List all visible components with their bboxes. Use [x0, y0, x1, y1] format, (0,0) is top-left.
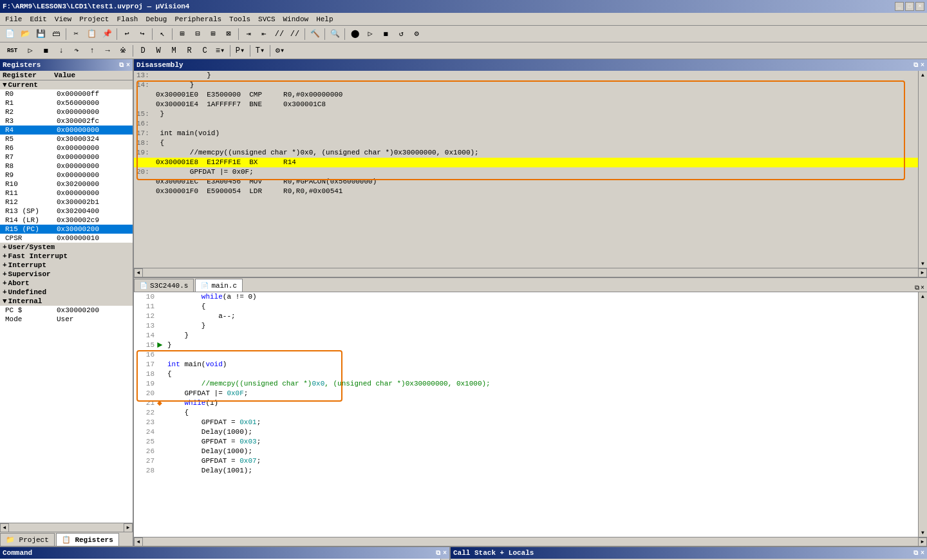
reg-r13[interactable]: R13 (SP) 0x30200400 — [0, 207, 133, 216]
step-over-button[interactable]: ↷ — [70, 44, 84, 58]
paste-button[interactable]: 📌 — [100, 27, 114, 41]
reset-button[interactable]: ↺ — [394, 27, 408, 41]
callstack-float-button[interactable]: ⧉ — [913, 550, 918, 557]
sim-button[interactable]: ⬤ — [348, 27, 362, 41]
command-close-button[interactable]: × — [443, 550, 447, 557]
extra-btn[interactable]: ⚙▾ — [273, 44, 287, 58]
menu-project[interactable]: Project — [75, 14, 113, 24]
disasm2-button[interactable]: D — [136, 44, 150, 58]
reg-r1[interactable]: R1 0x56000000 — [0, 98, 133, 107]
save-button[interactable]: 💾 — [33, 27, 48, 41]
reg-section-current[interactable]: ▼ Current — [0, 80, 133, 89]
menu-file[interactable]: File — [1, 14, 26, 24]
close-button[interactable]: × — [915, 2, 924, 11]
run2-button[interactable]: ▷ — [23, 44, 37, 58]
bookmark1-button[interactable]: ⊞ — [175, 27, 189, 41]
mem-button[interactable]: M — [167, 44, 181, 58]
open-button[interactable]: 📂 — [18, 27, 32, 41]
disassembly-float-button[interactable]: ⧉ — [913, 62, 918, 69]
disasm-scroll-down[interactable]: ▼ — [919, 259, 927, 268]
reg-r7[interactable]: R7 0x00000000 — [0, 153, 133, 162]
run-to-button[interactable]: → — [100, 44, 115, 58]
reg-pc[interactable]: PC $ 0x30000200 — [0, 306, 133, 315]
disasm-hscroll[interactable]: ◄ ► — [134, 268, 927, 277]
src-vscroll[interactable]: ▲ ▼ — [918, 292, 927, 537]
minimize-button[interactable]: _ — [895, 2, 904, 11]
disassembly-panel-buttons[interactable]: ⧉ × — [912, 62, 924, 69]
reg-section-internal[interactable]: ▼ Internal — [0, 297, 133, 306]
source-panel-controls[interactable]: ⧉ × — [915, 285, 927, 292]
reg-section-supervisor[interactable]: + Supervisor — [0, 270, 133, 279]
reg-cpsr[interactable]: CPSR 0x00000010 — [0, 234, 133, 243]
reg-r10[interactable]: R10 0x30200000 — [0, 180, 133, 189]
menu-edit[interactable]: Edit — [26, 14, 50, 24]
unindent-button[interactable]: ⇤ — [257, 27, 271, 41]
step-out-button[interactable]: ↑ — [85, 44, 99, 58]
src-hscroll[interactable]: ◄ ► — [134, 537, 927, 546]
reg-r2[interactable]: R2 0x00000000 — [0, 107, 133, 117]
hscroll-right[interactable]: ► — [124, 523, 133, 532]
reg-section-undefined[interactable]: + Undefined — [0, 288, 133, 297]
rst-button[interactable]: RST — [3, 44, 22, 58]
reg-r5[interactable]: R5 0x30000324 — [0, 135, 133, 144]
uncomment-button[interactable]: // — [288, 27, 302, 41]
disassembly-close-button[interactable]: × — [921, 62, 924, 69]
disasm-hscroll-left[interactable]: ◄ — [134, 268, 143, 277]
command-panel-buttons[interactable]: ⧉ × — [435, 550, 447, 557]
stop-button[interactable]: ◼ — [379, 27, 393, 41]
menu-tools[interactable]: Tools — [225, 14, 254, 24]
indent-button[interactable]: ⇥ — [241, 27, 256, 41]
watch-button[interactable]: W — [151, 44, 165, 58]
cut-button[interactable]: ✂ — [69, 27, 83, 41]
reg-r8[interactable]: R8 0x00000000 — [0, 162, 133, 171]
run-button[interactable]: ▷ — [363, 27, 377, 41]
menu-debug[interactable]: Debug — [142, 14, 171, 24]
reg-section-interrupt[interactable]: + Interrupt — [0, 261, 133, 270]
tab-s3c2440[interactable]: 📄 S3C2440.s — [134, 279, 194, 292]
menu-flash[interactable]: Flash — [113, 14, 142, 24]
tab-project[interactable]: 📁 Project — [0, 533, 55, 546]
save-all-button[interactable]: 🗃 — [49, 27, 63, 41]
reg-r0[interactable]: R0 0x000000ff — [0, 89, 133, 98]
tools-button[interactable]: ⚙ — [409, 27, 424, 41]
disasm-scroll-up[interactable]: ▲ — [919, 71, 927, 79]
title-bar-buttons[interactable]: _ □ × — [895, 2, 924, 11]
stop2-button[interactable]: ◼ — [39, 44, 53, 58]
command-float-button[interactable]: ⧉ — [436, 550, 440, 557]
find-button[interactable]: 🔍 — [328, 27, 342, 41]
menu-help[interactable]: Help — [312, 14, 337, 24]
bookmark4-button[interactable]: ⊠ — [221, 27, 236, 41]
disasm-vscroll[interactable]: ▲ ▼ — [918, 71, 927, 268]
src-scroll-down[interactable]: ▼ — [919, 528, 927, 537]
maximize-button[interactable]: □ — [905, 2, 914, 11]
call-stack-btn[interactable]: C — [198, 44, 212, 58]
show-next-button[interactable]: ※ — [116, 44, 130, 58]
tab-registers[interactable]: 📋 Registers — [56, 533, 119, 546]
undo-button[interactable]: ↩ — [120, 27, 134, 41]
comment-button[interactable]: // — [272, 27, 286, 41]
menu-view[interactable]: View — [51, 14, 75, 24]
registers-float-button[interactable]: ⧉ — [119, 62, 124, 69]
reg-r14[interactable]: R14 (LR) 0x300002c9 — [0, 216, 133, 225]
reg-r6[interactable]: R6 0x00000000 — [0, 144, 133, 153]
reg-r15[interactable]: R15 (PC) 0x30000200 — [0, 225, 133, 234]
src-scroll-up[interactable]: ▲ — [919, 292, 927, 301]
disasm-hscroll-right[interactable]: ► — [918, 268, 927, 277]
src-hscroll-right[interactable]: ► — [918, 537, 927, 546]
src-hscroll-left[interactable]: ◄ — [134, 537, 143, 546]
menu-svcs[interactable]: SVCS — [254, 14, 279, 24]
new-file-button[interactable]: 📄 — [3, 27, 17, 41]
periph-btn[interactable]: P▾ — [233, 44, 247, 58]
step-into-button[interactable]: ↓ — [54, 44, 68, 58]
callstack-panel-buttons[interactable]: ⧉ × — [912, 550, 924, 557]
reg-mode[interactable]: Mode User — [0, 315, 133, 324]
hscroll-left[interactable]: ◄ — [0, 523, 9, 532]
view-btn2[interactable]: ≡▾ — [213, 44, 227, 58]
regs-button[interactable]: R — [182, 44, 196, 58]
build-target-button[interactable]: 🔨 — [308, 27, 322, 41]
reg-section-user[interactable]: + User/System — [0, 243, 133, 252]
redo-button[interactable]: ↪ — [135, 27, 149, 41]
bookmark3-button[interactable]: ⊞ — [206, 27, 220, 41]
cursor-button[interactable]: ↖ — [155, 27, 169, 41]
reg-r4[interactable]: R4 0x00000000 — [0, 126, 133, 135]
